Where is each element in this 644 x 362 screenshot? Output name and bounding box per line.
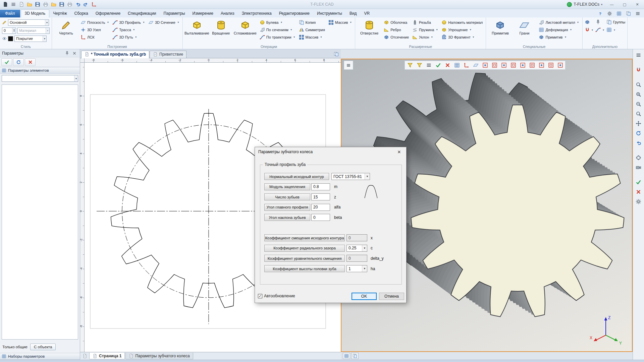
save-all-icon[interactable] xyxy=(58,1,65,8)
undo-icon[interactable] xyxy=(74,1,82,8)
ribbon-item[interactable]: Ребро xyxy=(383,26,410,33)
ribbon-item[interactable]: 3D Узел xyxy=(79,26,110,33)
ribbon-big-button[interactable]: Грани xyxy=(512,19,536,36)
style-combo[interactable]: Основной▾ xyxy=(8,19,49,26)
split-view-icon[interactable] xyxy=(351,353,359,359)
close-panel-icon[interactable] xyxy=(71,50,78,56)
ribbon-item[interactable]: Копия xyxy=(298,19,326,26)
menu-tab-6[interactable]: Спецификации xyxy=(124,10,160,17)
param-label-button[interactable]: Коэффициент смещения исходного контура xyxy=(264,234,345,241)
cancel-x-icon[interactable] xyxy=(25,58,36,66)
external-model-icon[interactable] xyxy=(585,19,594,25)
material-combo[interactable]: Материал▾ xyxy=(17,27,50,34)
param-label-button[interactable]: Коэффициент уравнительного смещения xyxy=(264,255,345,262)
section-element-parameters[interactable]: Параметры элементов xyxy=(0,67,80,74)
maximize-button[interactable]: ▢ xyxy=(619,1,631,8)
param-combo[interactable]: ГОСТ 13755-81▼ xyxy=(331,173,370,180)
plot-icon[interactable] xyxy=(42,1,49,8)
ribbon-item[interactable]: Отсечение xyxy=(383,34,410,41)
grid-3d-icon[interactable] xyxy=(452,61,461,69)
chevron-down-icon[interactable]: ▼ xyxy=(362,245,367,251)
menu-tab-13[interactable]: Вид xyxy=(346,10,361,17)
ribbon-item[interactable]: Примитив▼ xyxy=(538,34,580,41)
pages-menu-icon[interactable] xyxy=(81,353,89,359)
options-icon[interactable] xyxy=(634,197,643,205)
ribbon-big-button[interactable]: Выталкивание xyxy=(185,19,209,36)
chevron-down-icon[interactable]: ▼ xyxy=(365,173,370,180)
zoom-out-icon[interactable] xyxy=(634,100,643,108)
ribbon-item[interactable]: Листовой металл▼ xyxy=(538,19,580,26)
coating-combo[interactable]: Покрытие▾ xyxy=(14,36,47,42)
section-parameter-sets[interactable]: Наборы параметров xyxy=(0,353,80,360)
menu-tab-14[interactable]: VR xyxy=(361,10,374,17)
visibility-icon[interactable] xyxy=(2,36,7,41)
page-tab-gear-params[interactable]: Параметры зубчатого колеса xyxy=(125,353,193,359)
scene-tree-icon[interactable] xyxy=(344,61,353,70)
menu-tab-11[interactable]: Редактирование xyxy=(275,10,313,17)
viewports-icon[interactable] xyxy=(343,353,350,359)
render-mode-icon[interactable] xyxy=(415,61,424,69)
param-field[interactable]: 15 xyxy=(311,193,330,200)
ribbon-item[interactable]: Симметрия xyxy=(298,26,326,33)
close-button[interactable]: ✕ xyxy=(631,1,643,8)
style-edit-icon[interactable] xyxy=(2,20,7,25)
ribbon-item[interactable]: Оболочка xyxy=(383,19,410,26)
print-icon[interactable] xyxy=(66,1,73,8)
refresh-icon[interactable] xyxy=(13,58,24,66)
menu-tab-12[interactable]: Инструменты xyxy=(313,10,346,17)
previous-view-icon[interactable] xyxy=(634,139,643,147)
parameters-list[interactable] xyxy=(2,84,78,340)
ribbon-item[interactable]: 3D Путь▼ xyxy=(111,34,146,41)
measure-icon[interactable] xyxy=(90,1,98,8)
ribbon-big-button[interactable]: Чертить xyxy=(54,19,78,36)
ribbon-item[interactable]: Наложить материал xyxy=(440,19,484,26)
ribbon-item[interactable]: Деформация▼ xyxy=(538,26,580,33)
dialog-title-bar[interactable]: Параметры зубчатого колеса ✕ xyxy=(255,147,406,157)
ribbon-item[interactable]: Массив▼ xyxy=(298,34,326,41)
target-icon[interactable] xyxy=(634,154,643,162)
ribbon-item[interactable]: Резьба xyxy=(411,19,439,26)
axes-3d-icon[interactable] xyxy=(462,61,471,69)
links-icon[interactable]: ▼ xyxy=(595,26,604,33)
pin-icon[interactable] xyxy=(64,50,70,56)
zoom-all-icon[interactable] xyxy=(634,110,643,118)
from-object-button[interactable]: С объекта xyxy=(30,344,56,350)
settings-icon[interactable] xyxy=(605,10,614,17)
select-ok-icon[interactable] xyxy=(434,61,442,69)
ribbon-big-button[interactable]: Примитив xyxy=(488,19,512,36)
collapse-ribbon-icon[interactable] xyxy=(633,10,642,17)
ribbon-big-button[interactable]: Отверстие xyxy=(357,19,381,36)
apply-check-icon[interactable] xyxy=(1,58,12,66)
table-icon[interactable]: ▼ xyxy=(606,26,625,33)
ribbon-item[interactable]: Трасса▼ xyxy=(111,26,146,33)
menu-tab-3[interactable]: Чертёж xyxy=(49,10,70,17)
zoom-window-icon[interactable] xyxy=(634,80,643,88)
menu-tab-8[interactable]: Измерение xyxy=(189,10,217,17)
workplane-3d-icon[interactable] xyxy=(471,61,480,69)
dialog-close-icon[interactable]: ✕ xyxy=(392,147,406,157)
param-combo[interactable]: 0.25▼ xyxy=(346,245,367,252)
filter-lcs-icon[interactable] xyxy=(546,61,555,69)
doc-tab-welcome[interactable]: Приветствие xyxy=(150,51,186,58)
menu-tab-7[interactable]: Параметры xyxy=(160,10,189,17)
snap-icon[interactable]: ▼ xyxy=(585,26,594,33)
tab-list-icon[interactable] xyxy=(332,52,341,58)
camera-icon[interactable] xyxy=(634,163,643,171)
open-icon[interactable] xyxy=(25,1,33,8)
menu-tab-5[interactable]: Оформление xyxy=(92,10,124,17)
apply-icon[interactable] xyxy=(634,178,643,186)
save-icon[interactable] xyxy=(34,1,41,8)
menu-tab-4[interactable]: Сборка xyxy=(71,10,92,17)
filter-annotations-icon[interactable] xyxy=(537,61,546,69)
scene-list-icon[interactable] xyxy=(424,61,433,69)
ribbon-item[interactable]: Уклон▼ xyxy=(411,34,439,41)
ribbon-item[interactable]: По траектории▼ xyxy=(259,34,297,41)
filter-fragments-icon[interactable] xyxy=(556,61,565,69)
menu-tab-10[interactable]: Электротехника xyxy=(238,10,275,17)
param-label-button[interactable]: Коэффициент радиального зазора xyxy=(264,245,345,252)
ribbon-item[interactable]: ЛСК xyxy=(79,34,110,41)
doc-tab-gear-profile[interactable]: * Точный профиль зуба.grb xyxy=(81,51,149,58)
spinner-arrows-icon[interactable]: ▲▼ xyxy=(12,28,16,34)
menu-tab-9[interactable]: Анализ xyxy=(217,10,238,17)
parameter-filter-combo[interactable]: ▾ xyxy=(2,75,78,82)
